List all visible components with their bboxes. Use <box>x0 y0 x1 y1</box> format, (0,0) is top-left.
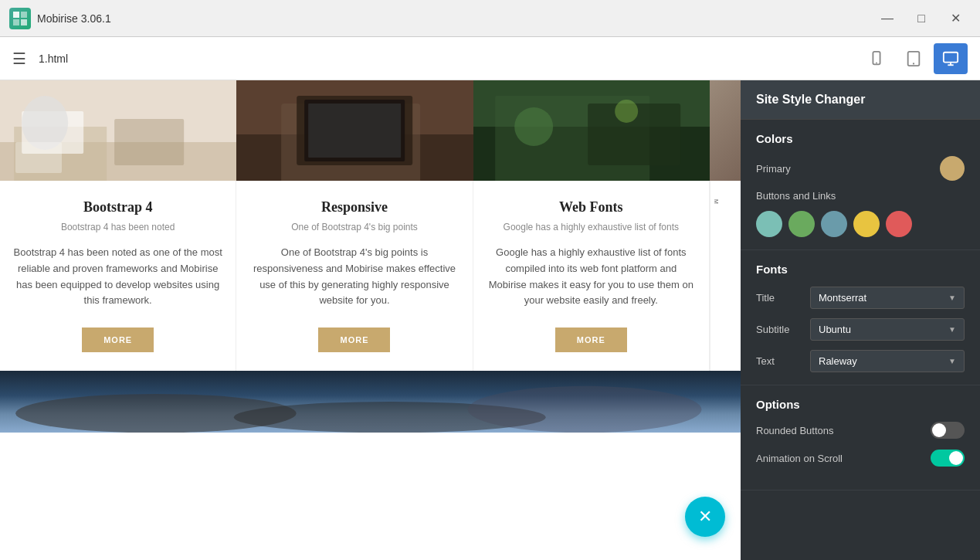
animation-scroll-knob <box>949 451 963 465</box>
panel-title: Site Style Changer <box>756 93 865 106</box>
color-option-5[interactable] <box>886 211 912 237</box>
subtitle-font-value: Ubuntu <box>819 324 851 335</box>
fonts-grid: Title Montserrat ▼ Subtitle Ubuntu ▼ <box>756 287 965 372</box>
color-option-2[interactable] <box>788 211 815 237</box>
svg-point-28 <box>615 100 638 123</box>
primary-color-swatch[interactable] <box>940 156 965 181</box>
svg-point-26 <box>514 107 553 146</box>
subtitle-font-arrow: ▼ <box>948 325 956 334</box>
text-font-label: Text <box>756 355 810 367</box>
color-option-4[interactable] <box>853 211 880 237</box>
main-area: Bootstrap 4 Bootstrap 4 has been noted B… <box>0 80 980 560</box>
colors-title: Colors <box>756 132 965 145</box>
canvas: Bootstrap 4 Bootstrap 4 has been noted B… <box>0 80 741 560</box>
text-font-select[interactable]: Raleway ▼ <box>810 350 965 372</box>
subtitle-font-label: Subtitle <box>756 324 810 335</box>
fonts-title: Fonts <box>756 263 965 276</box>
card-2-text: One of Bootstrap 4's big points is respo… <box>249 245 459 309</box>
card-1-subtitle: Bootstrap 4 has been noted <box>12 222 223 232</box>
panel-header: Site Style Changer <box>741 80 980 120</box>
background-strip <box>0 371 741 433</box>
svg-rect-2 <box>13 19 19 25</box>
maximize-button[interactable]: □ <box>906 6 937 31</box>
title-font-row: Title Montserrat ▼ <box>756 287 965 309</box>
text-font-value: Raleway <box>819 355 857 367</box>
card-1-text: Bootstrap 4 has been noted as one of the… <box>12 245 223 309</box>
close-button[interactable]: ✕ <box>940 6 971 31</box>
window-controls: — □ ✕ <box>872 6 971 31</box>
color-option-3[interactable] <box>821 211 847 237</box>
rounded-buttons-knob <box>932 423 946 437</box>
title-font-select[interactable]: Montserrat ▼ <box>810 287 965 309</box>
title-font-arrow: ▼ <box>948 294 956 302</box>
desktop-view-button[interactable] <box>934 43 968 74</box>
view-toggle-group <box>860 43 968 74</box>
tablet-view-button[interactable] <box>897 43 931 74</box>
svg-rect-22 <box>308 104 401 158</box>
svg-rect-3 <box>21 19 27 25</box>
svg-rect-8 <box>944 52 958 62</box>
color-option-1[interactable] <box>756 211 782 237</box>
color-options <box>756 211 965 237</box>
text-font-row: Text Raleway ▼ <box>756 350 965 372</box>
options-title: Options <box>756 398 965 411</box>
svg-rect-0 <box>13 12 19 18</box>
side-panel: Site Style Changer Colors Primary Button… <box>741 80 980 560</box>
mobile-view-button[interactable] <box>860 43 894 74</box>
fonts-section: Fonts Title Montserrat ▼ Subtitle Ubuntu… <box>741 250 980 385</box>
card-1-more-button[interactable]: MORE <box>82 328 154 352</box>
toolbar: ☰ 1.html <box>0 37 980 80</box>
primary-label: Primary <box>756 163 940 175</box>
options-section: Options Rounded Buttons Animation on Scr… <box>741 385 980 490</box>
app-logo-area: Mobirise 3.06.1 <box>9 8 872 29</box>
file-name-label: 1.html <box>39 53 847 65</box>
subtitle-font-row: Subtitle Ubuntu ▼ <box>756 318 965 341</box>
card-image-4 <box>710 80 741 181</box>
card-2-title: Responsive <box>249 199 459 216</box>
card-image-2 <box>236 80 473 181</box>
buttons-links-row: Buttons and Links <box>756 190 965 202</box>
card-2-subtitle: One of Bootstrap 4's big points <box>249 222 459 232</box>
card-3-subtitle: Google has a highly exhaustive list of f… <box>486 222 697 232</box>
svg-rect-15 <box>114 119 184 165</box>
animation-scroll-row: Animation on Scroll <box>756 450 965 467</box>
svg-point-32 <box>468 386 702 433</box>
card-2: Responsive One of Bootstrap 4's big poin… <box>236 181 473 371</box>
colors-section: Colors Primary Buttons and Links <box>741 120 980 250</box>
subtitle-font-select[interactable]: Ubuntu ▼ <box>810 318 965 341</box>
card-image-1 <box>0 80 236 181</box>
rounded-buttons-row: Rounded Buttons <box>756 422 965 439</box>
card-3-more-button[interactable]: MORE <box>555 328 627 352</box>
primary-color-row: Primary <box>756 156 965 181</box>
title-bar: Mobirise 3.06.1 — □ ✕ <box>0 0 980 37</box>
text-font-arrow: ▼ <box>948 357 956 365</box>
cards-row: Bootstrap 4 Bootstrap 4 has been noted B… <box>0 181 741 371</box>
app-logo-icon <box>9 8 31 29</box>
card-1: Bootstrap 4 Bootstrap 4 has been noted B… <box>0 181 236 371</box>
buttons-links-label: Buttons and Links <box>756 190 965 202</box>
menu-button[interactable]: ☰ <box>12 49 26 68</box>
title-font-value: Montserrat <box>819 292 866 304</box>
card-3-text: Google has a highly exhaustive list of f… <box>486 245 697 309</box>
rounded-buttons-toggle[interactable] <box>931 422 965 439</box>
card-2-more-button[interactable]: MORE <box>318 328 390 352</box>
title-font-label: Title <box>756 292 810 304</box>
animation-scroll-toggle[interactable] <box>931 450 965 467</box>
svg-point-16 <box>22 96 68 150</box>
fab-close-button[interactable]: ✕ <box>685 497 725 537</box>
card-3: Web Fonts Google has a highly exhaustive… <box>473 181 710 371</box>
svg-rect-1 <box>21 12 27 18</box>
animation-scroll-label: Animation on Scroll <box>756 453 931 464</box>
app-title: Mobirise 3.06.1 <box>37 12 111 25</box>
card-image-3 <box>473 80 710 181</box>
card-3-title: Web Fonts <box>486 199 697 216</box>
card-1-title: Bootstrap 4 <box>12 199 223 216</box>
minimize-button[interactable]: — <box>872 6 903 31</box>
images-row <box>0 80 741 181</box>
card-4-partial: M <box>710 181 741 371</box>
rounded-buttons-label: Rounded Buttons <box>756 425 931 436</box>
